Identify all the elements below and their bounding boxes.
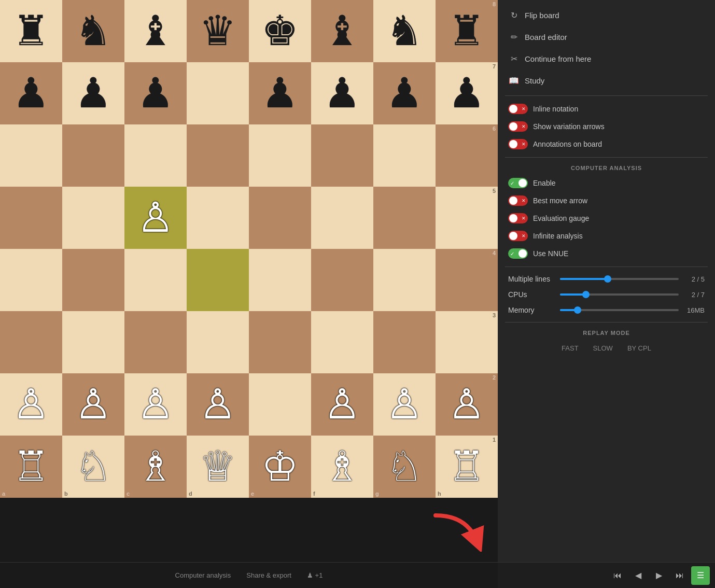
chess-piece[interactable]: ♟ [261,73,299,114]
square[interactable]: f♗ [311,436,373,498]
square[interactable] [124,311,187,373]
square[interactable] [187,124,249,187]
square[interactable] [0,124,62,187]
square[interactable] [187,311,249,373]
chess-piece[interactable]: ♟ [386,73,423,114]
square[interactable] [124,124,187,187]
nav-next-button[interactable]: ▶ [650,566,668,585]
square[interactable] [373,124,436,187]
board-editor-button[interactable]: ✏ Board editor [505,27,708,47]
chess-piece[interactable]: ♘ [386,446,423,487]
square[interactable] [311,249,373,311]
chess-piece[interactable]: ♙ [199,384,236,425]
square[interactable] [373,311,436,373]
square[interactable]: ♟ [124,62,187,124]
chess-piece[interactable]: ♙ [386,384,423,425]
square[interactable]: ♛ [187,0,249,62]
square[interactable] [0,187,62,249]
square[interactable]: ♟ [373,62,436,124]
square[interactable]: 1h♖ [436,436,498,498]
square[interactable] [124,249,187,311]
square[interactable] [187,187,249,249]
cpus-slider[interactable] [560,293,679,296]
square[interactable]: a♖ [0,436,62,498]
annotations-on-board-toggle[interactable] [508,139,528,149]
square[interactable]: ♙ [311,373,373,436]
square[interactable] [62,187,124,249]
square[interactable] [62,124,124,187]
chess-piece[interactable]: ♝ [324,10,361,52]
square[interactable]: ♙ [0,373,62,436]
chess-piece[interactable]: ♟ [137,73,174,114]
chess-piece[interactable]: ♘ [75,446,112,487]
chess-piece[interactable]: ♙ [324,384,361,425]
square[interactable] [62,249,124,311]
chess-piece[interactable]: ♟ [448,73,485,114]
square[interactable]: d♕ [187,436,249,498]
square[interactable]: ♟ [62,62,124,124]
square[interactable] [187,62,249,124]
square[interactable]: ♝ [124,0,187,62]
chess-board[interactable]: ♜♞♝♛♚♝♞8♜♟♟♟♟♟♟7♟6♙543♙♙♙♙♙♙2♙a♖b♘c♗d♕e♔… [0,0,498,498]
square[interactable]: ♙ [187,373,249,436]
multiple-lines-slider[interactable] [560,278,679,280]
enable-toggle[interactable] [508,178,528,188]
chess-piece[interactable]: ♖ [448,446,485,487]
square[interactable]: 2♙ [436,373,498,436]
square[interactable]: ♞ [373,0,436,62]
square[interactable]: ♚ [249,0,311,62]
square[interactable] [0,311,62,373]
square[interactable] [311,124,373,187]
square[interactable]: g♘ [373,436,436,498]
chess-piece[interactable]: ♟ [75,73,112,114]
square[interactable]: 3 [436,311,498,373]
nav-menu-button[interactable]: ☰ [691,566,710,585]
square[interactable]: 7♟ [436,62,498,124]
nav-first-button[interactable]: ⏮ [608,566,627,585]
square[interactable] [187,249,249,311]
chess-piece[interactable]: ♜ [448,10,485,52]
replay-fast-button[interactable]: FAST [559,343,581,353]
square[interactable]: 4 [436,249,498,311]
square[interactable]: ♟ [249,62,311,124]
chess-piece[interactable]: ♙ [137,384,174,425]
square[interactable]: 5 [436,187,498,249]
chess-piece[interactable]: ♕ [199,446,236,487]
use-nnue-toggle[interactable] [508,248,528,259]
chess-piece[interactable]: ♖ [12,446,50,487]
square[interactable]: ♙ [124,187,187,249]
chess-piece[interactable]: ♙ [12,384,50,425]
square[interactable]: ♙ [124,373,187,436]
square[interactable]: c♗ [124,436,187,498]
square[interactable]: ♟ [0,62,62,124]
chess-piece[interactable]: ♝ [137,10,174,52]
square[interactable]: ♝ [311,0,373,62]
chess-piece[interactable]: ♜ [12,10,50,52]
evaluation-gauge-toggle[interactable] [508,213,528,223]
replay-by-cpl-button[interactable]: BY CPL [625,343,653,353]
replay-slow-button[interactable]: SLOW [591,343,615,353]
study-button[interactable]: 📖 Study [505,71,708,90]
square[interactable] [249,124,311,187]
share-export-link[interactable]: Share & export [246,571,291,579]
chess-piece[interactable]: ♞ [75,10,112,52]
square[interactable] [249,249,311,311]
show-variation-arrows-toggle[interactable] [508,121,528,132]
square[interactable] [311,187,373,249]
square[interactable]: 6 [436,124,498,187]
memory-slider[interactable] [560,309,679,311]
best-move-arrow-toggle[interactable] [508,195,528,206]
square[interactable]: ♜ [0,0,62,62]
square[interactable]: ♟ [311,62,373,124]
chess-piece[interactable]: ♛ [199,10,236,52]
nav-prev-button[interactable]: ◀ [629,566,648,585]
chess-piece[interactable]: ♚ [261,10,299,52]
square[interactable] [373,249,436,311]
square[interactable] [62,311,124,373]
flip-board-button[interactable]: ↻ Flip board [505,5,708,25]
continue-from-here-button[interactable]: ✂ Continue from here [505,49,708,68]
chess-piece[interactable]: ♗ [324,446,361,487]
chess-piece[interactable]: ♙ [137,197,174,239]
chess-piece[interactable]: ♙ [75,384,112,425]
square[interactable]: e♔ [249,436,311,498]
